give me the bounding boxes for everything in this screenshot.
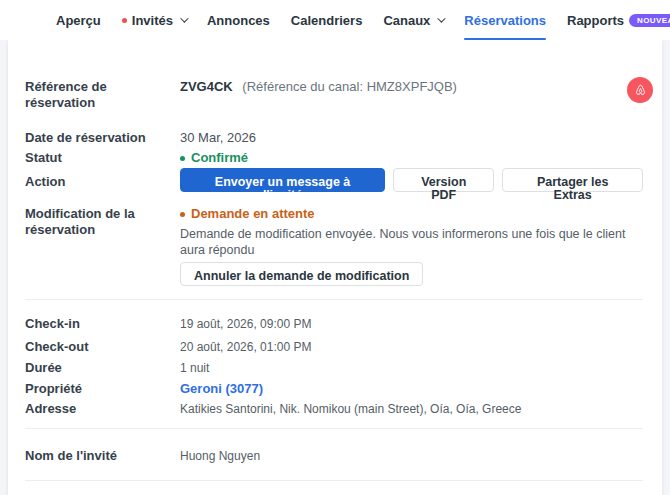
nav-label: Rapports xyxy=(567,13,624,28)
checkout-row: Check-out 20 août, 2026, 01:00 PM xyxy=(8,339,662,355)
modification-status-badge: Demande en attente xyxy=(180,206,643,222)
status-badge: Confirmé xyxy=(180,150,248,166)
modification-label: Modification de la réservation xyxy=(25,206,180,238)
status-row: Statut Confirmé xyxy=(8,150,662,166)
property-link[interactable]: Geroni (3077) xyxy=(180,381,263,397)
nav-label: Calendriers xyxy=(291,13,363,28)
channel-reference: (Référence du canal: HMZ8XPFJQB) xyxy=(242,79,457,94)
address-row: Adresse Katikies Santorini, Nik. Nomikou… xyxy=(8,401,662,417)
top-navigation: Aperçu Invités Annonces Calendriers Cana… xyxy=(0,0,670,40)
address-value: Katikies Santorini, Nik. Nomikou (main S… xyxy=(180,401,521,417)
section-divider xyxy=(25,480,643,481)
modification-description: Demande de modification envoyée. Nous vo… xyxy=(180,226,643,258)
nouveau-badge: NOUVEAU xyxy=(629,14,670,27)
nav-item-calendriers[interactable]: Calendriers xyxy=(291,0,363,40)
modification-content: Demande en attente Demande de modificati… xyxy=(180,206,643,286)
booking-date-value: 30 Mar, 2026 xyxy=(180,130,256,146)
address-label: Adresse xyxy=(25,401,180,417)
reservation-detail-card: Référence de réservation ZVG4CK (Référen… xyxy=(8,40,662,495)
reference-value: ZVG4CK (Référence du canal: HMZ8XPFJQB) xyxy=(180,79,457,95)
pdf-version-button[interactable]: Version PDF xyxy=(393,168,494,192)
nav-item-canaux[interactable]: Canaux xyxy=(383,0,443,40)
nav-item-invites[interactable]: Invités xyxy=(122,0,186,40)
nav-label: Invités xyxy=(132,13,173,28)
property-row: Propriété Geroni (3077) xyxy=(8,381,662,397)
nav-item-reservations-active[interactable]: Réservations xyxy=(464,0,546,40)
notification-dot-icon xyxy=(122,18,127,23)
checkout-label: Check-out xyxy=(25,339,180,355)
guest-name-label: Nom de l'invité xyxy=(25,448,180,464)
duration-row: Durée 1 nuit xyxy=(8,360,662,376)
cancel-modification-button[interactable]: Annuler la demande de modification xyxy=(180,262,423,286)
airbnb-icon xyxy=(633,83,648,98)
send-message-button[interactable]: Envoyer un message à l'invité xyxy=(180,168,385,192)
duration-label: Durée xyxy=(25,360,180,376)
action-buttons: Envoyer un message à l'invité Version PD… xyxy=(180,168,643,192)
checkin-row: Check-in 19 août, 2026, 09:00 PM xyxy=(8,316,662,332)
chevron-down-icon xyxy=(438,14,446,22)
reference-row: Référence de réservation ZVG4CK (Référen… xyxy=(8,79,662,111)
nav-label: Aperçu xyxy=(56,13,101,28)
nav-label: Canaux xyxy=(383,13,430,28)
booking-date-row: Date de réservation 30 Mar, 2026 xyxy=(8,130,662,146)
chevron-down-icon xyxy=(180,14,188,22)
nav-item-annonces[interactable]: Annonces xyxy=(207,0,270,40)
action-label: Action xyxy=(25,168,180,190)
reference-code: ZVG4CK xyxy=(180,79,233,94)
airbnb-channel-badge xyxy=(627,77,653,103)
modification-status-value: Demande en attente xyxy=(191,206,315,222)
nav-label: Réservations xyxy=(464,13,546,28)
property-label: Propriété xyxy=(25,381,180,397)
guest-name-value: Huong Nguyen xyxy=(180,448,260,464)
reference-label: Référence de réservation xyxy=(25,79,180,111)
checkin-value: 19 août, 2026, 09:00 PM xyxy=(180,316,311,332)
active-tab-underline xyxy=(464,38,546,40)
status-value: Confirmé xyxy=(191,150,248,166)
booking-date-label: Date de réservation xyxy=(25,130,180,146)
section-divider xyxy=(25,299,643,300)
nav-label: Annonces xyxy=(207,13,270,28)
checkin-label: Check-in xyxy=(25,316,180,332)
duration-value: 1 nuit xyxy=(180,360,209,376)
checkout-value: 20 août, 2026, 01:00 PM xyxy=(180,339,311,355)
nav-item-rapports[interactable]: Rapports NOUVEAU xyxy=(567,0,670,40)
share-extras-button[interactable]: Partager les Extras xyxy=(502,168,643,192)
green-dot-icon xyxy=(180,156,185,161)
section-divider xyxy=(25,428,643,429)
orange-dot-icon xyxy=(180,212,185,217)
action-row: Action Envoyer un message à l'invité Ver… xyxy=(8,168,662,192)
modification-row: Modification de la réservation Demande e… xyxy=(8,206,662,286)
status-label: Statut xyxy=(25,150,180,166)
nav-item-apercu[interactable]: Aperçu xyxy=(56,0,101,40)
guest-name-row: Nom de l'invité Huong Nguyen xyxy=(8,448,662,464)
